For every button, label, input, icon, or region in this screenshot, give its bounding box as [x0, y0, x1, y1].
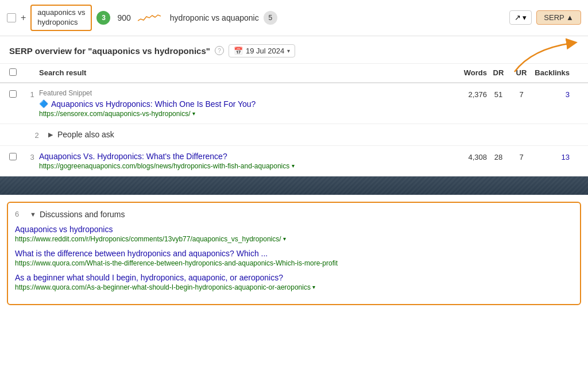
header-words: Words [447, 68, 487, 77]
row1-num: 1 [25, 89, 39, 99]
row1-content: Featured Snippet 🔷 Aquaponics vs Hydropo… [39, 89, 447, 118]
row3-dr: 28 [487, 152, 510, 161]
row3-title-link[interactable]: Aquaponics Vs. Hydroponics: What's the D… [39, 152, 447, 161]
discussion1-url: https://www.reddit.com/r/Hydroponics/com… [15, 235, 573, 243]
discussion2-url: https://www.quora.com/What-is-the-differ… [15, 259, 573, 267]
row1-url: https://sensorex.com/aquaponics-vs-hydro… [39, 110, 447, 118]
serp-overview-title: SERP overview for "aquaponics vs hydropo… [9, 46, 210, 56]
table-row: 3 Aquaponics Vs. Hydroponics: What's the… [0, 146, 588, 176]
table-header: Search result Words DR UR Backlinks [0, 64, 588, 83]
trend-icon: ↗ [514, 13, 521, 22]
row3-backlinks: 13 [533, 152, 579, 161]
table-row: 2 ▶ People also ask [0, 124, 588, 146]
row2-num: 2 [30, 130, 44, 140]
discussions-header: 6 ▼ Discussions and forums [15, 210, 573, 219]
row3-num: 3 [25, 152, 39, 161]
discussion3-url-dropdown[interactable]: ▾ [312, 284, 315, 290]
featured-label: Featured Snippet [39, 89, 447, 97]
row3-checkbox[interactable] [9, 152, 25, 162]
row3-url-dropdown[interactable]: ▾ [292, 163, 295, 169]
serp-button[interactable]: SERP ▲ [536, 10, 581, 25]
keyword2-label: hydroponic vs aquaponic [170, 13, 259, 22]
calendar-icon: 📅 [234, 47, 243, 55]
row2-expand-icon[interactable]: ▶ [48, 131, 53, 138]
discussions-expand-icon[interactable]: ▼ [30, 211, 36, 218]
help-icon[interactable]: ? [215, 46, 224, 55]
volume1: 900 [117, 13, 130, 22]
select-all-checkbox[interactable] [9, 68, 17, 76]
row1-title-link[interactable]: 🔷 Aquaponics vs Hydroponics: Which One I… [39, 99, 447, 109]
discussion3-link[interactable]: As a beginner what should I begin, hydro… [15, 273, 573, 282]
date-picker[interactable]: 📅 19 Jul 2024 ▾ [229, 44, 295, 57]
keyword1-box[interactable]: aquaponics vs hydroponics [30, 5, 92, 31]
discussions-box: 6 ▼ Discussions and forums Aquaponics vs… [7, 202, 581, 305]
discussion1-url-dropdown[interactable]: ▾ [283, 236, 286, 242]
dark-separator [0, 176, 588, 195]
date-chevron: ▾ [287, 48, 290, 54]
trend-button[interactable]: ↗ ▾ [509, 10, 532, 25]
orange-arrow-svg [509, 37, 583, 75]
serp-overview-header: SERP overview for "aquaponics vs hydropo… [0, 36, 588, 64]
row1-ur: 7 [510, 89, 533, 99]
date-label: 19 Jul 2024 [246, 47, 284, 55]
image-icon: 🔷 [39, 99, 48, 108]
row1-backlinks: 3 [533, 89, 579, 99]
row3-ur: 7 [510, 152, 533, 161]
header-checkbox-col [9, 68, 25, 78]
row3-content: Aquaponics Vs. Hydroponics: What's the D… [39, 152, 447, 170]
table-row: 1 Featured Snippet 🔷 Aquaponics vs Hydro… [0, 83, 588, 124]
rank1-badge: 3 [96, 11, 110, 25]
rank2-badge: 5 [264, 11, 277, 25]
sparkline-chart [138, 12, 161, 24]
row1-dr: 51 [487, 89, 510, 99]
discussions-title: Discussions and forums [40, 210, 125, 219]
discussion3-url: https://www.quora.com/As-a-beginner-what… [15, 283, 573, 291]
header-search-result: Search result [39, 68, 447, 77]
url-dropdown-icon[interactable]: ▾ [192, 110, 195, 117]
toolbar: + aquaponics vs hydroponics 3 900 hydrop… [0, 0, 588, 36]
discussion-item: As a beginner what should I begin, hydro… [15, 273, 573, 291]
row3-url: https://gogreenaquaponics.com/blogs/news… [39, 162, 447, 170]
header-dr: DR [487, 68, 510, 77]
trend-chevron: ▾ [523, 13, 527, 22]
row1-checkbox[interactable] [9, 89, 25, 99]
discussions-num: 6 [15, 210, 26, 218]
discussion2-link[interactable]: What is the difference between hydroponi… [15, 249, 573, 258]
toolbar-checkbox[interactable] [7, 13, 16, 22]
row3-words: 4,308 [447, 152, 487, 161]
discussion-item: What is the difference between hydroponi… [15, 249, 573, 267]
discussion1-link[interactable]: Aquaponics vs hydroponics [15, 225, 573, 234]
add-keyword-button[interactable]: + [21, 13, 26, 23]
row1-words: 2,376 [447, 89, 487, 99]
row2-people-label: People also ask [57, 130, 114, 139]
discussion-item: Aquaponics vs hydroponics https://www.re… [15, 225, 573, 243]
